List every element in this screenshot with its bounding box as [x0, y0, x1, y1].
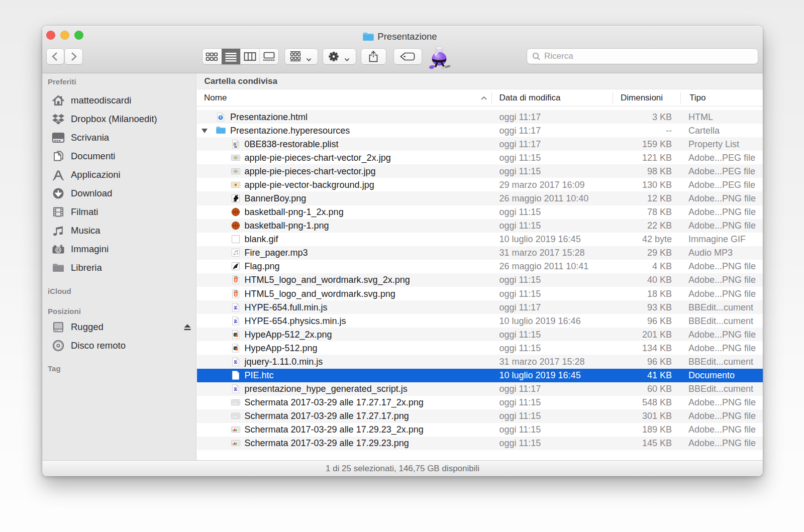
svg-text:5: 5 — [236, 349, 237, 351]
svg-text:PLIST: PLIST — [234, 146, 238, 147]
svg-text:HTML: HTML — [234, 276, 238, 278]
svg-text:5: 5 — [236, 335, 237, 337]
svg-text:HTML: HTML — [234, 290, 238, 292]
